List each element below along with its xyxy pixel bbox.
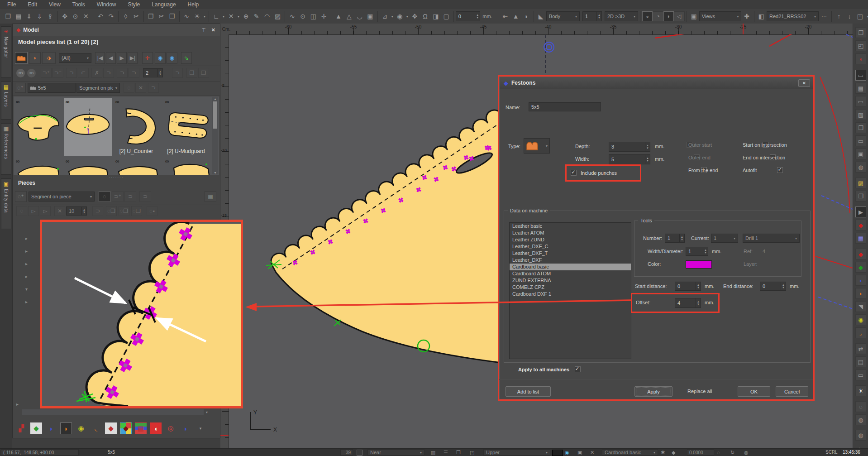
end-distance-stepper[interactable]: 0▲▼ <box>760 282 786 291</box>
tree-expand-icon[interactable]: ▸ <box>16 402 19 407</box>
near-selector[interactable]: Near▾ <box>367 449 424 456</box>
start-distance-stepper[interactable]: 0▲▼ <box>675 282 701 291</box>
mirror-curve-button[interactable]: ⊃ <box>129 68 139 78</box>
piece-flat-selected-icon[interactable]: ▭ <box>855 70 866 81</box>
pan-icon[interactable]: ✥ <box>60 11 70 22</box>
menu-help[interactable]: Help <box>188 1 199 8</box>
cursor-seg2-button[interactable]: ▻ <box>40 206 51 216</box>
machine-list-item[interactable]: Leather_DXF <box>510 257 631 264</box>
close-panel-icon[interactable]: ✕ <box>211 27 215 33</box>
mode-selector[interactable]: 2D->3D▾ <box>605 11 638 21</box>
piece-dark-icon[interactable]: ◗ <box>663 11 674 21</box>
segment-list-button[interactable]: ◌ <box>16 206 27 216</box>
piece-dotted-icon[interactable]: ▧ <box>855 109 866 120</box>
copy-seg1-button[interactable]: ◌❐ <box>106 206 117 216</box>
camera-circle-icon[interactable]: ◎ <box>165 422 176 434</box>
thumbnail-u-collar[interactable]: ∞ [2] U_Collar <box>14 98 62 156</box>
lock-icon[interactable]: ▣ <box>365 11 375 22</box>
segment-cut-button[interactable]: ✕ <box>135 83 146 93</box>
lock-seg-button[interactable]: ◌▪ <box>147 206 157 216</box>
orange-heel-icon[interactable]: ◞ <box>855 327 866 338</box>
tree-horizontal-scrollbar[interactable]: ▼ <box>22 409 210 415</box>
move-icon[interactable]: ✥ <box>410 11 420 22</box>
piece-stitch-icon[interactable]: ▤ <box>855 83 866 94</box>
delete-icon[interactable]: ✕ <box>81 11 91 22</box>
festoons-tool-button[interactable] <box>15 52 28 64</box>
line-remove-button[interactable]: ⊃⁻ <box>52 68 63 78</box>
focus-box-icon[interactable]: ◉ <box>395 11 405 22</box>
paste-piece-button[interactable]: ❒ <box>198 68 209 78</box>
machine-selector[interactable]: Cardboard basic▾ <box>602 449 658 456</box>
grid-view-icon[interactable]: ▥ <box>431 449 435 456</box>
tab-layers[interactable]: ▤ Layers <box>1 82 11 120</box>
current-selector[interactable]: 1▾ <box>711 234 738 243</box>
thumbnail-u-counter-selected[interactable]: ∞ [2] U_Counter <box>64 98 112 156</box>
machine-list-item[interactable]: Cardboard DXF 1 <box>510 291 631 298</box>
omega-icon[interactable]: Ω <box>420 11 430 22</box>
mosaic-shoe-icon[interactable]: ◆ <box>120 422 132 434</box>
machine-list-item[interactable]: Leather ATOM <box>510 230 631 236</box>
thumbnail-scrollbar[interactable]: ▲ ▼ <box>212 97 218 174</box>
status-checkbox[interactable] <box>357 450 362 456</box>
line-add-button[interactable]: ⊃⁺ <box>41 68 52 78</box>
heel-icon[interactable]: ◟ <box>90 422 102 434</box>
stretch-tool-icon[interactable]: ✕ <box>226 11 236 22</box>
curve-add-icon[interactable]: ✛ <box>319 11 329 22</box>
offset-curve-button[interactable]: ⊃ <box>117 68 128 78</box>
gear-icon[interactable]: ✱ <box>661 449 665 456</box>
segment-flip-button[interactable]: ⊃ <box>148 83 159 93</box>
segment-eye-icon[interactable]: ◌ <box>855 401 866 412</box>
green-boot-icon[interactable]: ◆ <box>855 262 866 273</box>
light-dropdown-icon[interactable]: ▾ <box>202 11 207 22</box>
piece-single-icon[interactable]: ▭ <box>855 370 866 380</box>
piece-curve3-button[interactable]: ⊃ <box>139 191 151 202</box>
piece-orange-selected-icon[interactable]: ◗ <box>60 422 72 434</box>
blue-u-piece-icon[interactable]: ◗ <box>855 275 866 286</box>
copy-seg2-button[interactable]: ◌❐ <box>119 206 129 216</box>
piece-blue-icon[interactable]: ◗ <box>45 422 57 434</box>
toggle-box-icon[interactable]: ▢ <box>441 11 452 22</box>
copies-stepper[interactable]: 1▲▼ <box>582 11 602 21</box>
divide-count-stepper[interactable]: 10▲▼ <box>66 206 87 216</box>
pieces-swap-icon[interactable]: ⇄ <box>855 343 866 354</box>
red-tile-icon[interactable]: ◖ <box>150 422 162 434</box>
orange-u-piece-icon[interactable]: ◗ <box>855 288 866 299</box>
menu-file[interactable]: File <box>7 1 16 8</box>
show-add-eye-button[interactable]: ◉ <box>167 52 177 64</box>
arc-icon[interactable]: ◠ <box>262 11 272 22</box>
thumbnail-row-partial[interactable]: ∞ ∞ ∞ ∞ <box>14 158 214 175</box>
machine-list-item[interactable]: Leather_DXF_C <box>510 243 631 250</box>
part-selector[interactable]: Body▾ <box>546 11 580 21</box>
half-square-icon[interactable]: ◨ <box>430 11 441 22</box>
circle-arrow-icon[interactable]: ◉ <box>855 314 866 325</box>
ruler-dropdown-icon[interactable]: ▾ <box>221 11 226 22</box>
machine-list-item[interactable]: ZUND EXTERNA <box>510 277 631 284</box>
prev-piece-button[interactable]: ◀ <box>106 52 116 64</box>
cancel-button[interactable]: Cancel <box>776 386 808 397</box>
cursor-seg-button[interactable]: ▻ <box>28 206 39 216</box>
tree-expand-icon[interactable]: ▾ <box>25 287 28 292</box>
scroll-right-icon[interactable]: ▼ <box>204 409 210 415</box>
cut-curve-button[interactable]: ✗ <box>91 68 102 78</box>
move-down-icon[interactable]: ↓ <box>844 11 854 22</box>
machine-list[interactable]: Leather basic Leather ATOM Leather ZUND … <box>509 222 631 359</box>
machine-list-item[interactable]: Leather basic <box>510 223 631 230</box>
copy-piece-button[interactable]: ❐ <box>186 68 197 78</box>
piece-curve2-button[interactable]: ⊃ <box>124 191 136 202</box>
eye-arrow-icon[interactable]: ◍ <box>855 430 866 441</box>
menu-language[interactable]: Language <box>152 1 176 8</box>
segment-add-button[interactable]: ◌⁺ <box>15 83 26 93</box>
layer-selector[interactable]: Upper▾ <box>483 449 550 456</box>
stamp-lock-icon[interactable]: ⊙ <box>297 11 308 22</box>
gray-quarter-icon[interactable]: ◥ <box>855 301 866 312</box>
sole-icon[interactable]: ◗ <box>521 11 531 22</box>
mode-3d-button[interactable]: 3D <box>27 69 36 77</box>
segment-type-selector[interactable]: Segment on pie▾ <box>76 83 120 93</box>
tree-expand-icon[interactable]: ▸ <box>25 261 28 266</box>
thumbnail-u-eyestay[interactable]: ∞ [2] U_Eyestay <box>164 98 212 156</box>
festoon-name-field[interactable]: 5x5 <box>28 83 76 93</box>
mode-2d-button[interactable]: 2D <box>16 69 25 77</box>
copy-icon[interactable]: ❐ <box>146 11 156 22</box>
menu-tools[interactable]: Tools <box>72 1 85 8</box>
grid-transfer-icon[interactable]: ▦ <box>855 233 866 244</box>
